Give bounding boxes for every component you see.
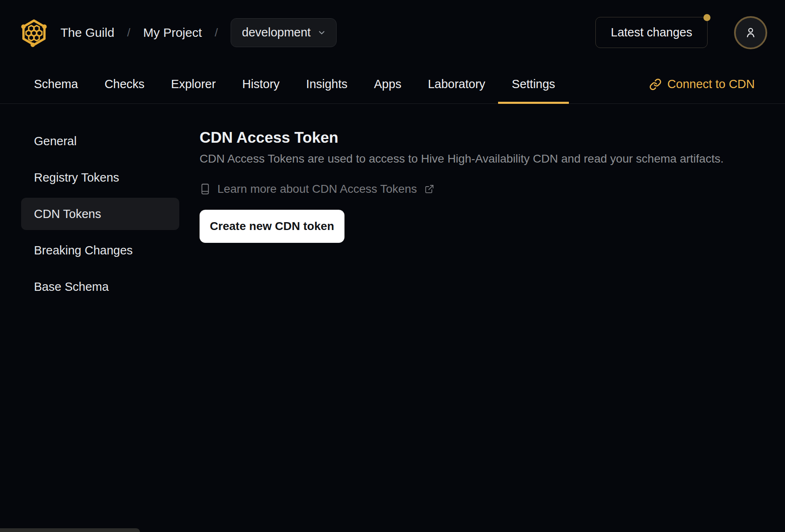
page-title: CDN Access Token xyxy=(200,129,752,147)
sidebar-item-general[interactable]: General xyxy=(21,125,179,157)
header: The Guild / My Project / development Lat… xyxy=(0,0,785,65)
tab-checks[interactable]: Checks xyxy=(104,65,144,103)
user-avatar-button[interactable] xyxy=(734,16,767,49)
breadcrumb-org[interactable]: The Guild xyxy=(60,26,114,40)
sidebar-item-cdn-tokens[interactable]: CDN Tokens xyxy=(21,198,179,230)
tab-apps[interactable]: Apps xyxy=(374,65,401,103)
app-root: The Guild / My Project / development Lat… xyxy=(0,0,785,532)
connect-to-cdn-link[interactable]: Connect to CDN xyxy=(649,77,755,91)
settings-content: CDN Access Token CDN Access Tokens are u… xyxy=(179,104,785,532)
breadcrumb-separator: / xyxy=(127,26,130,39)
tab-insights[interactable]: Insights xyxy=(306,65,347,103)
learn-more-label: Learn more about CDN Access Tokens xyxy=(217,182,417,196)
sidebar-item-registry-tokens[interactable]: Registry Tokens xyxy=(21,161,179,194)
link-icon xyxy=(649,78,662,91)
bottom-widget-peek[interactable] xyxy=(0,528,140,532)
tab-schema[interactable]: Schema xyxy=(34,65,78,103)
chevron-down-icon xyxy=(317,28,326,37)
tab-explorer[interactable]: Explorer xyxy=(171,65,216,103)
target-selector-dropdown[interactable]: development xyxy=(231,18,337,47)
learn-more-link[interactable]: Learn more about CDN Access Tokens xyxy=(200,182,434,196)
project-tabbar: Schema Checks Explorer History Insights … xyxy=(0,65,785,104)
latest-changes-label: Latest changes xyxy=(611,26,692,39)
book-icon xyxy=(200,183,211,196)
tab-history[interactable]: History xyxy=(242,65,279,103)
breadcrumb-project[interactable]: My Project xyxy=(143,26,202,40)
create-cdn-token-button[interactable]: Create new CDN token xyxy=(200,210,344,243)
page-description: CDN Access Tokens are used to access to … xyxy=(200,152,752,166)
sidebar-item-breaking-changes[interactable]: Breaking Changes xyxy=(21,234,179,266)
connect-to-cdn-label: Connect to CDN xyxy=(667,77,755,91)
latest-changes-button[interactable]: Latest changes xyxy=(595,17,708,48)
notification-dot xyxy=(703,14,710,21)
breadcrumb-separator: / xyxy=(215,26,218,39)
settings-sidebar: General Registry Tokens CDN Tokens Break… xyxy=(0,104,179,532)
tab-laboratory[interactable]: Laboratory xyxy=(428,65,485,103)
breadcrumb: The Guild / My Project / development xyxy=(60,18,337,47)
hive-logo[interactable] xyxy=(19,18,49,48)
target-selector-value: development xyxy=(242,26,311,39)
tab-settings[interactable]: Settings xyxy=(512,65,555,103)
settings-layout: General Registry Tokens CDN Tokens Break… xyxy=(0,104,785,532)
user-icon xyxy=(743,25,758,40)
hive-honeycomb-logo-icon xyxy=(19,18,49,48)
sidebar-item-base-schema[interactable]: Base Schema xyxy=(21,271,179,303)
external-link-icon xyxy=(424,184,434,194)
